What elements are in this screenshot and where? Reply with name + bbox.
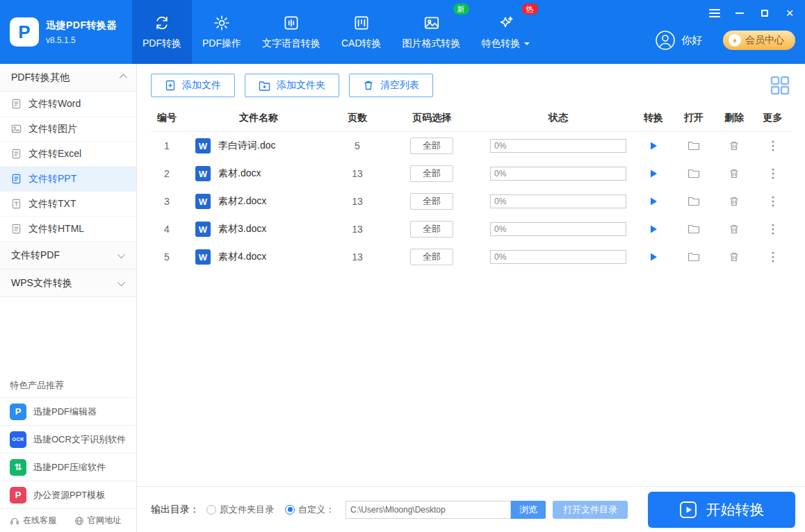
close-button[interactable]: × [784, 8, 795, 19]
menu-icon[interactable] [709, 8, 720, 19]
tab-label: PDF转换 [143, 38, 181, 50]
page-range-button[interactable]: 全部 [410, 193, 453, 210]
open-folder-button[interactable] [674, 215, 714, 243]
output-bar: 输出目录： 原文件夹目录 自定义： 浏览 打开文件目录 开始转换 [137, 486, 805, 532]
folder-icon [688, 196, 700, 207]
table-row: 5 W素材4.docx 13 全部 0% [151, 243, 791, 271]
delete-button[interactable] [714, 243, 754, 271]
word-file-icon: W [195, 249, 211, 265]
avatar-icon[interactable] [655, 30, 676, 51]
folder-icon [688, 224, 700, 235]
start-convert-button[interactable]: 开始转换 [648, 492, 795, 528]
open-folder-button[interactable] [674, 188, 714, 215]
row-number: 4 [151, 224, 183, 235]
output-path-input[interactable] [345, 501, 511, 519]
main-content: 添加文件 添加文件夹 清空列表 编号 文件名称 页数 [137, 64, 805, 532]
gear-icon [213, 14, 231, 32]
sidebar-item-pdf-to-excel[interactable]: 文件转Excel [0, 142, 136, 167]
more-options-button[interactable] [754, 215, 791, 243]
delete-button[interactable] [714, 215, 754, 243]
delete-button[interactable] [714, 188, 754, 215]
radio-custom-label: 自定义： [298, 504, 334, 516]
page-count: 13 [334, 196, 380, 207]
official-site-link[interactable]: 官网地址 [74, 515, 121, 526]
trash-icon [729, 196, 740, 207]
add-folder-button[interactable]: 添加文件夹 [245, 74, 339, 97]
tab-cad-convert[interactable]: CAD转换 [331, 0, 392, 64]
ocr-icon: OCR [10, 431, 26, 448]
grid-view-icon[interactable] [769, 74, 791, 97]
sidebar-spacer [0, 297, 136, 372]
top-bar: P 迅捷PDF转换器 v8.5.1.5 PDF转换 PDF操作 文字语音转换 C… [0, 0, 805, 64]
table-row: 2 W素材.docx 13 全部 0% [151, 160, 791, 188]
sidebar-item-pdf-to-txt[interactable]: 文件转TXT [0, 192, 136, 217]
tab-pdf-convert[interactable]: PDF转换 [132, 0, 192, 64]
radio-checked-icon[interactable] [285, 505, 295, 515]
vertical-dots-icon [772, 196, 774, 207]
logo-area: P 迅捷PDF转换器 v8.5.1.5 [0, 0, 128, 64]
more-options-button[interactable] [754, 160, 791, 188]
convert-play-button[interactable] [633, 215, 674, 243]
page-range-button[interactable]: 全部 [410, 165, 453, 182]
more-options-button[interactable] [754, 188, 791, 215]
online-service-link[interactable]: 在线客服 [10, 515, 56, 526]
sidebar-item-pdf-to-image[interactable]: 文件转图片 [0, 117, 136, 142]
sidebar-item-pdf-to-ppt[interactable]: 文件转PPT [0, 167, 136, 192]
sidebar-item-label: 文件转TXT [29, 198, 76, 210]
sidebar-section-pdf-convert-other[interactable]: PDF转换其他 [0, 64, 136, 92]
tab-text-voice-convert[interactable]: 文字语音转换 [252, 0, 331, 64]
clear-list-button[interactable]: 清空列表 [349, 74, 433, 97]
sidebar-section-file-to-pdf[interactable]: 文件转PDF [0, 242, 136, 269]
open-folder-button[interactable] [674, 160, 714, 188]
sidebar-item-label: 文件转图片 [29, 123, 77, 135]
progress-bar: 0% [490, 250, 626, 264]
word-file-icon: W [195, 222, 211, 237]
convert-play-button[interactable] [633, 188, 674, 215]
radio-original-folder[interactable]: 原文件夹目录 [206, 504, 274, 516]
open-output-dir-button[interactable]: 打开文件目录 [553, 501, 628, 519]
minimize-button[interactable] [734, 8, 745, 19]
recommend-item-ocr[interactable]: OCR 迅捷OCR文字识别软件 [0, 425, 136, 453]
sidebar-item-pdf-to-html[interactable]: 文件转HTML [0, 217, 136, 242]
tab-special-convert[interactable]: 热 特色转换 [471, 0, 540, 64]
sidebar-item-label: 文件转PPT [29, 173, 76, 185]
file-name-cell: W素材2.docx [183, 194, 334, 209]
tab-image-format-convert[interactable]: 新 图片格式转换 [392, 0, 471, 64]
more-options-button[interactable] [754, 243, 791, 271]
more-options-button[interactable] [754, 132, 791, 160]
word-file-icon: W [195, 166, 211, 181]
page-range-button[interactable]: 全部 [410, 221, 453, 238]
recommend-item-label: 迅捷OCR文字识别软件 [33, 433, 126, 446]
sidebar-item-pdf-to-word[interactable]: 文件转Word [0, 92, 136, 117]
app-title: 迅捷PDF转换器 [46, 19, 117, 32]
recommend-item-pdf-compress[interactable]: ⇅ 迅捷PDF压缩软件 [0, 453, 136, 481]
sidebar-footer: 在线客服 官网地址 [0, 508, 136, 532]
convert-play-button[interactable] [633, 243, 674, 271]
globe-icon [74, 516, 84, 526]
browse-button[interactable]: 浏览 [511, 501, 546, 519]
maximize-button[interactable] [759, 8, 770, 19]
tab-pdf-operate[interactable]: PDF操作 [192, 0, 252, 64]
recommend-item-ppt-template[interactable]: P 办公资源PPT模板 [0, 481, 136, 508]
open-folder-button[interactable] [674, 132, 714, 160]
chevron-down-icon [117, 250, 125, 258]
convert-play-button[interactable] [633, 160, 674, 188]
recommend-item-label: 办公资源PPT模板 [33, 489, 105, 501]
progress-bar: 0% [490, 167, 626, 181]
delete-button[interactable] [714, 132, 754, 160]
radio-custom-folder[interactable]: 自定义： [285, 504, 334, 516]
path-input-group: 浏览 [345, 501, 546, 519]
add-file-button[interactable]: 添加文件 [151, 74, 235, 97]
delete-button[interactable] [714, 160, 754, 188]
page-range-button[interactable]: 全部 [410, 138, 453, 154]
convert-play-button[interactable] [633, 132, 674, 160]
page-range-button[interactable]: 全部 [410, 249, 453, 265]
recommend-item-pdf-editor[interactable]: P 迅捷PDF编辑器 [0, 397, 136, 425]
gem-icon: ♦ [729, 34, 741, 47]
section-label: PDF转换其他 [11, 72, 70, 84]
radio-unchecked-icon[interactable] [206, 505, 216, 515]
sidebar-section-wps-convert[interactable]: WPS文件转换 [0, 269, 136, 297]
vip-center-button[interactable]: ♦ 会员中心 [723, 31, 795, 50]
progress-bar: 0% [490, 139, 626, 153]
open-folder-button[interactable] [674, 243, 714, 271]
